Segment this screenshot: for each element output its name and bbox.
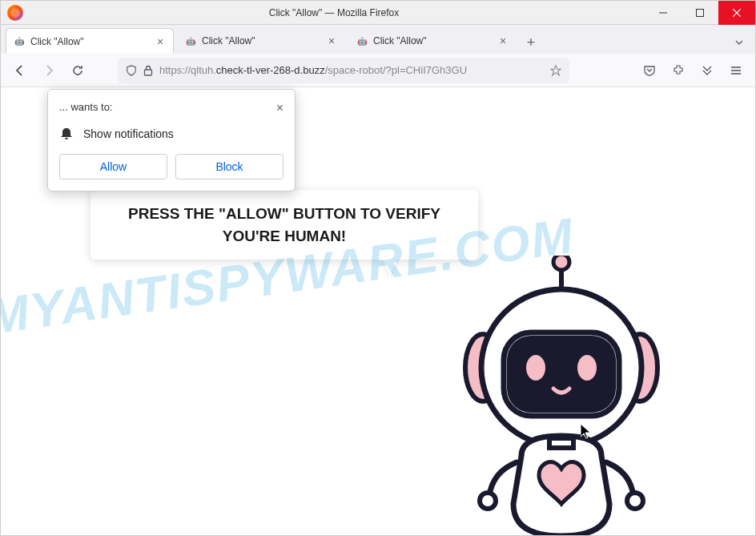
browser-tab[interactable]: 🤖 Click "Allow" ×: [348, 28, 517, 54]
tab-title: Click "Allow": [30, 36, 149, 47]
svg-rect-2: [697, 9, 704, 16]
tab-title: Click "Allow": [202, 35, 320, 46]
tab-favicon-icon: 🤖: [13, 35, 26, 48]
permission-close-icon[interactable]: ×: [276, 101, 284, 115]
maximize-button[interactable]: [682, 1, 718, 25]
permission-message: Show notifications: [83, 127, 174, 140]
reload-button[interactable]: [65, 58, 90, 83]
bell-icon: [59, 127, 74, 141]
tab-title: Click "Allow": [373, 35, 492, 46]
browser-tab[interactable]: 🤖 Click "Allow" ×: [177, 28, 345, 54]
url-bar[interactable]: https://qltuh.check-tl-ver-268-d.buzz/sp…: [118, 58, 569, 83]
tabs-dropdown-button[interactable]: [728, 31, 750, 54]
extensions-icon[interactable]: [666, 58, 691, 83]
svg-point-10: [553, 256, 569, 270]
bookmark-star-icon[interactable]: [550, 65, 561, 76]
permission-origin: ... wants to:: [59, 101, 112, 113]
svg-point-19: [480, 493, 496, 509]
block-button[interactable]: Block: [175, 154, 284, 179]
nav-toolbar: https://qltuh.check-tl-ver-268-d.buzz/sp…: [1, 54, 755, 87]
robot-illustration: [433, 256, 690, 536]
url-path: /space-robot/?pl=CHiI7Gh3GU: [325, 64, 467, 76]
tab-close-icon[interactable]: ×: [325, 34, 338, 47]
svg-rect-14: [507, 336, 616, 413]
tab-bar: 🤖 Click "Allow" × 🤖 Click "Allow" × 🤖 Cl…: [1, 25, 755, 54]
back-button[interactable]: [7, 58, 33, 83]
allow-button[interactable]: Allow: [59, 154, 167, 179]
forward-button[interactable]: [36, 58, 62, 83]
svg-point-17: [577, 355, 597, 381]
svg-rect-18: [549, 438, 573, 448]
window-controls: [645, 1, 755, 25]
headline-text: PRESS THE "ALLOW" BUTTON TO VERIFY YOU'R…: [128, 205, 440, 244]
svg-point-16: [526, 355, 545, 381]
tab-close-icon[interactable]: ×: [154, 35, 167, 48]
svg-point-20: [627, 493, 643, 509]
window-titlebar: Click "Allow" — Mozilla Firefox: [1, 1, 755, 25]
shield-icon[interactable]: [126, 65, 137, 76]
browser-tab[interactable]: 🤖 Click "Allow" ×: [6, 28, 174, 54]
tab-favicon-icon: 🤖: [356, 34, 368, 47]
speech-bubble: PRESS THE "ALLOW" BUTTON TO VERIFY YOU'R…: [90, 190, 478, 260]
new-tab-button[interactable]: +: [520, 31, 542, 54]
svg-point-0: [10, 8, 20, 18]
svg-rect-5: [145, 70, 152, 75]
lock-icon[interactable]: [143, 65, 153, 76]
page-content: MYANTISPYWARE.COM ... wants to: × Show n…: [1, 87, 755, 536]
url-text: https://qltuh.check-tl-ver-268-d.buzz/sp…: [159, 64, 544, 76]
url-domain: check-tl-ver-268-d.buzz: [216, 64, 325, 76]
minimize-button[interactable]: [645, 1, 682, 25]
tab-close-icon[interactable]: ×: [497, 34, 509, 47]
overflow-icon[interactable]: [694, 58, 720, 83]
url-prefix: https://qltuh.: [159, 64, 216, 76]
close-button[interactable]: [718, 1, 755, 25]
firefox-icon: [7, 5, 23, 21]
cursor-icon: [581, 424, 593, 440]
tab-favicon-icon: 🤖: [184, 34, 197, 47]
menu-icon[interactable]: [723, 58, 749, 83]
permission-popup: ... wants to: × Show notifications Allow…: [47, 89, 296, 191]
window-title: Click "Allow" — Mozilla Firefox: [23, 7, 645, 18]
pocket-icon[interactable]: [637, 58, 662, 83]
